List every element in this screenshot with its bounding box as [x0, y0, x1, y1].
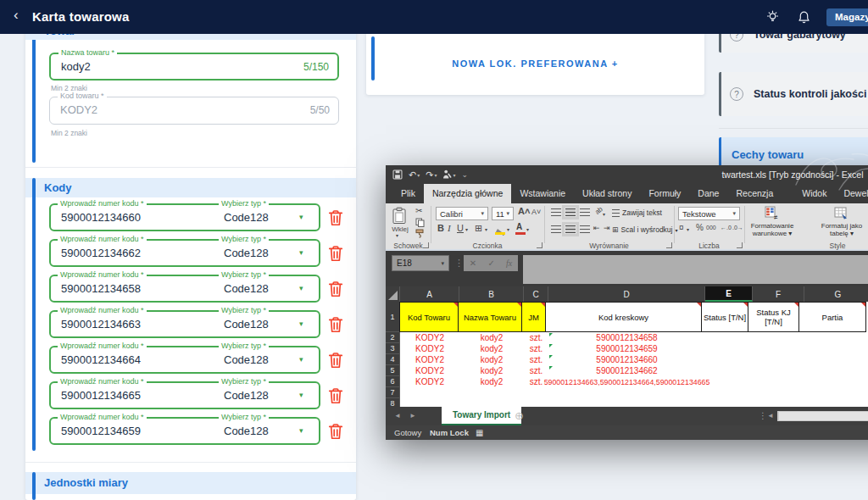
delete-barcode-button[interactable] — [327, 209, 344, 226]
paste-icon[interactable] — [392, 207, 407, 225]
cancel-icon[interactable]: ✕ — [470, 258, 476, 268]
paste-label[interactable]: Wklej — [387, 225, 413, 233]
barcode-row[interactable]: Wprowadź numer kodu * Wybierz typ * 5900… — [49, 275, 320, 303]
excel-titlebar[interactable]: ↶▾ ↷▾ ▾ ⌄ twartest.xls [Tryb zgodności] … — [386, 165, 868, 184]
column-header-e-selected[interactable]: E — [705, 286, 753, 302]
delete-barcode-button[interactable] — [327, 352, 344, 369]
chevron-down-icon[interactable]: ▾ — [299, 241, 303, 265]
cell-a3[interactable]: KODY2 — [400, 343, 459, 354]
prev-sheet-icon[interactable]: ◄ — [394, 407, 401, 425]
align-left-icon[interactable] — [551, 225, 561, 233]
dialog-launcher-icon[interactable] — [737, 242, 743, 248]
select-all-corner[interactable] — [386, 286, 400, 302]
back-icon[interactable]: ‹ — [14, 7, 19, 24]
dialog-launcher-icon[interactable] — [423, 242, 429, 248]
row-number[interactable]: 1 — [386, 302, 400, 332]
copy-icon[interactable] — [415, 218, 425, 227]
bold-button[interactable]: B — [437, 223, 444, 233]
cell-a1[interactable]: Kod Towaru — [399, 302, 459, 332]
cell-d4[interactable]: 5900012134660 — [548, 354, 705, 365]
chevron-down-icon[interactable]: ▾ — [299, 347, 303, 372]
increase-font-icon[interactable]: A˄ — [518, 206, 530, 216]
font-color-icon[interactable]: A — [516, 222, 522, 231]
barcode-number-input[interactable]: 5900012134663 — [61, 312, 141, 336]
cell-c4[interactable]: szt. — [524, 354, 548, 365]
new-sheet-icon[interactable]: ⊕ — [515, 407, 524, 425]
tab-deweloper[interactable]: Deweloper — [835, 184, 868, 203]
dialog-launcher-icon[interactable] — [537, 242, 542, 248]
comma-style-icon[interactable]: 000 — [706, 225, 716, 231]
font-color-caret-icon[interactable]: ▾ — [526, 226, 529, 232]
cell-g1[interactable]: Partia — [798, 302, 866, 332]
wrap-text-button[interactable]: Zawijaj tekst — [612, 208, 662, 217]
cell-a4[interactable]: KODY2 — [400, 354, 459, 365]
barcode-row[interactable]: Wprowadź numer kodu * Wybierz typ * 5900… — [49, 310, 320, 338]
increase-indent-icon[interactable]: ⇥ — [604, 224, 610, 232]
row-number[interactable]: 4 — [386, 354, 400, 365]
scroll-left-icon[interactable]: ◄ — [767, 407, 774, 425]
tab-recenzja[interactable]: Recenzja — [727, 184, 782, 203]
tab-wstawianie[interactable]: Wstawianie — [511, 184, 574, 203]
dialog-launcher-icon[interactable] — [666, 242, 672, 248]
format-as-table-button[interactable]: Formatuj jakotabelę ▾ — [807, 222, 868, 237]
barcode-number-input[interactable]: 5900012134665 — [61, 383, 141, 408]
tab-widok[interactable]: Widok — [793, 184, 835, 203]
underline-caret-icon[interactable]: ▾ — [465, 226, 468, 232]
cell-d3[interactable]: 5900012134659 — [548, 343, 705, 354]
barcode-number-input[interactable]: 5900012134658 — [61, 276, 141, 301]
next-sheet-icon[interactable]: ► — [409, 407, 416, 425]
column-header-g[interactable]: G — [804, 286, 868, 302]
underline-button[interactable]: U — [457, 223, 464, 233]
bell-icon[interactable] — [797, 10, 811, 25]
tab-dane[interactable]: Dane — [689, 184, 727, 203]
row-number[interactable]: 7 — [386, 387, 400, 398]
barcode-type-select[interactable]: Code128 — [224, 241, 269, 265]
cut-icon[interactable]: ✂ — [415, 206, 422, 215]
barcode-type-select[interactable]: Code128 — [224, 383, 269, 408]
cell-d5[interactable]: 5900012134662 — [548, 365, 705, 376]
column-header-c[interactable]: C — [524, 286, 548, 302]
barcode-number-input[interactable]: 5900012134660 — [61, 205, 141, 230]
barcode-row[interactable]: Wprowadź numer kodu * Wybierz typ * 5900… — [49, 417, 320, 445]
barcode-type-select[interactable]: Code128 — [224, 205, 269, 230]
cell-c1[interactable]: JM — [521, 302, 546, 332]
tab-uklad-strony[interactable]: Układ strony — [574, 184, 640, 203]
chevron-down-icon[interactable]: ▾ — [299, 312, 303, 336]
barcode-type-select[interactable]: Code128 — [224, 312, 269, 336]
cell-b1[interactable]: Nazwa Towaru — [458, 302, 522, 332]
product-name-field[interactable]: Nazwa towaru * kody2 5/150 — [49, 53, 339, 81]
status-kontroli-card[interactable]: ? Status kontroli jakości — [719, 72, 868, 116]
merge-center-button[interactable]: ⊞Scal i wyśrodkuj▾ — [612, 225, 678, 234]
lightbulb-icon[interactable] — [765, 10, 780, 25]
borders-caret-icon[interactable]: ▾ — [485, 226, 487, 232]
tab-formuly[interactable]: Formuły — [640, 184, 689, 203]
barcode-row[interactable]: Wprowadź numer kodu * Wybierz typ * 5900… — [49, 203, 320, 231]
barcode-number-input[interactable]: 5900012134659 — [61, 419, 141, 443]
barcode-type-select[interactable]: Code128 — [224, 419, 269, 443]
cell-d6[interactable]: 5900012134663,5900012134664,590001213466… — [548, 376, 705, 387]
insert-function-icon[interactable]: fx — [506, 258, 512, 268]
conditional-formatting-button[interactable]: Formatowaniewarunkowe ▾ — [744, 222, 800, 237]
product-name-value[interactable]: kody2 — [61, 54, 91, 80]
sheet-tab-towary-import[interactable]: Towary Import — [442, 407, 521, 425]
cell-b3[interactable]: kody2 — [459, 343, 524, 354]
cell-b2[interactable]: kody2 — [459, 332, 524, 343]
decrease-indent-icon[interactable]: ⇤ — [593, 224, 600, 232]
tab-options-dots-icon[interactable]: ⋮ — [759, 407, 767, 425]
chevron-down-icon[interactable]: ▾ — [299, 276, 303, 301]
orientation-caret-icon[interactable]: ▾ — [603, 211, 605, 217]
cell-b5[interactable]: kody2 — [459, 365, 524, 376]
format-as-table-icon[interactable] — [834, 206, 849, 220]
font-size-select[interactable]: 11▾ — [492, 207, 514, 220]
cell-f1[interactable]: Status KJ [T/N] — [748, 302, 799, 332]
cell-e1[interactable]: Status [T/N] — [701, 302, 748, 332]
fill-caret-icon[interactable]: ▾ — [507, 226, 509, 232]
column-header-b[interactable]: B — [459, 286, 524, 302]
row-number[interactable]: 8 — [386, 398, 400, 407]
cell-c2[interactable]: szt. — [524, 332, 548, 343]
cell-d2[interactable]: 5900012134658 — [548, 332, 705, 343]
cell-a6[interactable]: KODY2 — [400, 376, 459, 387]
new-preferred-location-link[interactable]: NOWA LOK. PREFEROWANA + — [366, 32, 704, 95]
format-painter-icon[interactable] — [415, 229, 425, 238]
cell-c3[interactable]: szt. — [524, 343, 548, 354]
